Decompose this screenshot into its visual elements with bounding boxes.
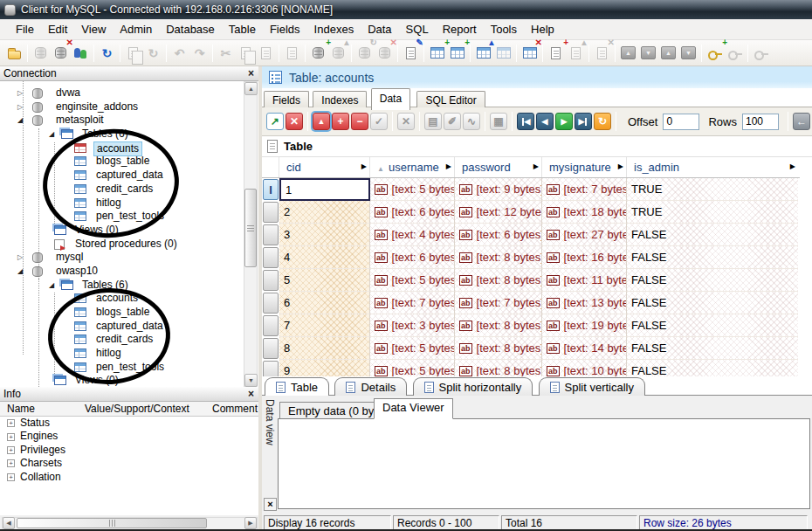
cell-username[interactable]: ab[text: 6 bytes]: [370, 201, 455, 224]
cell-cid[interactable]: 1: [279, 178, 370, 201]
column-header-username[interactable]: ▲username▶: [370, 157, 455, 177]
close-connection-icon[interactable]: ×: [248, 67, 254, 79]
cell-mysignature[interactable]: ab[text: 16 bytes]: [542, 246, 627, 269]
next-page-button[interactable]: ▶: [555, 113, 573, 130]
open-file-button[interactable]: [4, 43, 24, 63]
row-selector[interactable]: [262, 314, 279, 337]
cell-username[interactable]: ab[text: 4 bytes]: [370, 224, 455, 246]
tree-item-enginsite-addons[interactable]: ▷enginsite_addons: [0, 100, 244, 114]
cell-mysignature[interactable]: ab[text: 14 bytes]: [542, 337, 627, 360]
tree-item-hitlog[interactable]: hitlog: [0, 197, 244, 210]
menu-admin[interactable]: Admin: [113, 20, 159, 38]
tree-item-tables-owasp10[interactable]: ◢Tables (6): [0, 279, 244, 293]
cut-button[interactable]: ✂: [216, 43, 236, 63]
menu-sql[interactable]: SQL: [399, 20, 436, 38]
tree-item-pen-test-tools[interactable]: pen_test_tools: [0, 210, 244, 224]
history-back-button[interactable]: ←: [793, 113, 810, 130]
cell-is-admin[interactable]: FALSE: [627, 314, 798, 337]
tree-item-hitlog-owasp[interactable]: hitlog: [0, 347, 244, 361]
cell-password[interactable]: ab[text: 8 bytes]: [455, 360, 542, 376]
column-arrow-icon[interactable]: ▶: [790, 162, 795, 170]
row-selector[interactable]: [262, 269, 279, 292]
connect-button[interactable]: [31, 43, 51, 63]
row-selector[interactable]: [262, 201, 279, 224]
cell-mysignature[interactable]: ab[text: 18 bytes]: [542, 201, 627, 224]
tab-data-viewer[interactable]: Data Viewer: [374, 398, 453, 419]
undo-button[interactable]: ↶: [169, 43, 189, 63]
tree-scrollbar[interactable]: ▲ ▼: [244, 81, 258, 387]
expander-icon[interactable]: ◢: [49, 128, 54, 141]
drop-table-button[interactable]: ✕: [520, 43, 540, 63]
table-tools-button[interactable]: [493, 43, 513, 63]
user-manager-button[interactable]: [71, 43, 91, 63]
expander-icon[interactable]: ◢: [49, 279, 54, 293]
disconnect-button[interactable]: ✕: [51, 43, 71, 63]
cell-password[interactable]: ab[text: 7 bytes]: [455, 292, 542, 314]
drop-database-button[interactable]: ✕: [375, 43, 395, 63]
menu-tools[interactable]: Tools: [484, 20, 524, 38]
move-down-button[interactable]: ▼: [678, 43, 698, 63]
info-row-engines[interactable]: +Engines: [0, 430, 258, 443]
tree-item-credit-cards[interactable]: credit_cards: [0, 183, 244, 197]
tree-item-views-owasp10[interactable]: Views (0): [0, 374, 244, 387]
info-col-comment[interactable]: Comment: [212, 403, 258, 415]
expand-plus-icon[interactable]: +: [7, 473, 15, 481]
cell-mysignature[interactable]: ab[text: 13 bytes]: [542, 292, 627, 314]
cell-password[interactable]: ab[text: 9 bytes]: [455, 178, 542, 201]
tree-item-blogs-table-owasp[interactable]: blogs_table: [0, 306, 244, 320]
window-list-button[interactable]: [123, 43, 143, 63]
open-in-window-button[interactable]: ↗: [266, 113, 284, 130]
sql-editor-button[interactable]: ✎: [401, 43, 421, 63]
cell-cid[interactable]: 7: [279, 314, 370, 337]
cell-is-admin[interactable]: FALSE: [627, 269, 798, 292]
save-blob-button[interactable]: ✐: [444, 113, 461, 130]
cancel-changes-button[interactable]: ✕: [397, 113, 415, 130]
menu-report[interactable]: Report: [436, 20, 484, 38]
cell-password[interactable]: ab[text: 6 bytes]: [455, 224, 542, 246]
cell-mysignature[interactable]: ab[text: 7 bytes]: [542, 178, 627, 201]
expander-icon[interactable]: ▷: [17, 251, 23, 265]
expand-plus-icon[interactable]: +: [7, 419, 15, 427]
info-row-privileges[interactable]: +Privileges: [0, 444, 258, 457]
menu-table[interactable]: Table: [222, 20, 263, 38]
first-page-button[interactable]: ◀: [517, 113, 534, 130]
tree-item-metasploit[interactable]: ◢metasploit: [0, 114, 244, 128]
cell-cid[interactable]: 8: [279, 337, 370, 360]
tree-item-credit-cards-owasp[interactable]: credit_cards: [0, 333, 244, 347]
menu-file[interactable]: File: [9, 20, 41, 38]
menu-fields[interactable]: Fields: [263, 20, 307, 38]
column-header-cid[interactable]: cid▶: [279, 157, 370, 177]
create-database-button[interactable]: +: [308, 43, 328, 63]
tree-item-stored-procedures[interactable]: Stored procedures (0): [0, 238, 244, 252]
text-editor-button[interactable]: [282, 43, 302, 63]
cell-mysignature[interactable]: ab[text: 11 bytes]: [542, 269, 627, 292]
cell-cid[interactable]: 3: [279, 224, 370, 246]
refresh-data-button[interactable]: ↻: [594, 113, 611, 130]
row-selector[interactable]: [262, 246, 279, 269]
cell-username[interactable]: ab[text: 5 bytes]: [370, 360, 455, 376]
expand-plus-icon[interactable]: +: [7, 433, 15, 441]
menu-edit[interactable]: Edit: [41, 20, 74, 38]
cell-username[interactable]: ab[text: 5 bytes]: [370, 269, 455, 292]
cell-cid[interactable]: 4: [279, 246, 370, 269]
cell-cid[interactable]: 5: [279, 269, 370, 292]
menu-database[interactable]: Database: [159, 20, 222, 38]
cell-password[interactable]: ab[text: 8 bytes]: [455, 314, 542, 337]
redo-button[interactable]: ↷: [189, 43, 210, 63]
drop-key-button[interactable]: [751, 43, 771, 63]
cell-mysignature[interactable]: ab[text: 27 bytes]: [542, 224, 627, 246]
menu-view[interactable]: View: [74, 20, 113, 38]
edit-field-button[interactable]: ▲: [566, 43, 586, 63]
close-data-button[interactable]: ✕: [286, 113, 303, 130]
cell-is-admin[interactable]: FALSE: [627, 224, 798, 246]
cell-mysignature[interactable]: ab[text: 10 bytes]: [542, 360, 627, 376]
row-selector[interactable]: [262, 292, 279, 314]
cell-username[interactable]: ab[text: 7 bytes]: [370, 292, 455, 314]
info-row-charsets[interactable]: +Charsets: [0, 457, 258, 470]
cell-cid[interactable]: 6: [279, 292, 370, 314]
cell-password[interactable]: ab[text: 8 bytes]: [455, 337, 542, 360]
column-header-mysignature[interactable]: mysignature▶: [542, 157, 627, 177]
menu-indexes[interactable]: Indexes: [307, 20, 361, 38]
scrollbar-thumb[interactable]: [244, 189, 257, 267]
row-selector[interactable]: I: [262, 178, 279, 201]
